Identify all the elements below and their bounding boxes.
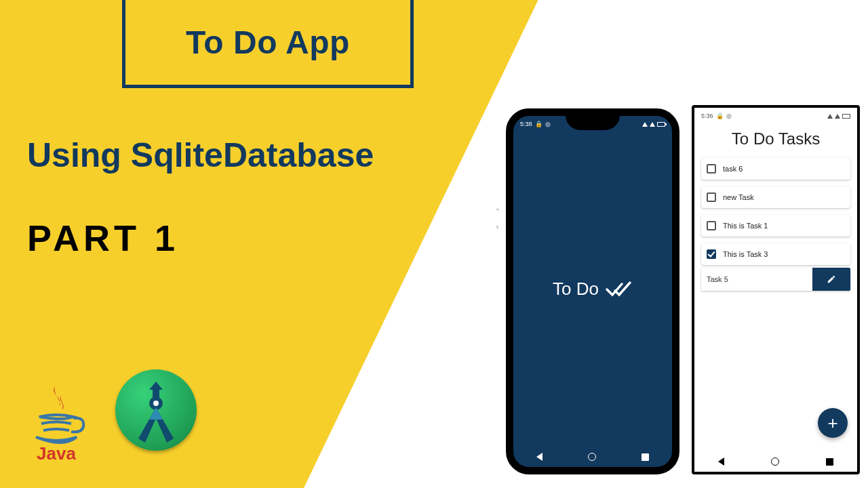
double-check-icon: [606, 280, 633, 298]
lock-icon: 🔒: [535, 121, 542, 127]
battery-icon: [842, 114, 850, 119]
nav-recent-icon[interactable]: [826, 458, 833, 466]
task-label: task 6: [723, 165, 743, 173]
task-row[interactable]: This is Task 3: [701, 243, 850, 265]
edit-task-label: Task 5: [701, 268, 812, 291]
task-label: new Task: [723, 193, 754, 201]
checkbox[interactable]: [707, 221, 716, 230]
app-icon: ◎: [545, 121, 551, 127]
nav-home-icon[interactable]: [771, 458, 779, 466]
title-text: To Do App: [186, 24, 350, 61]
nav-back-icon[interactable]: [536, 453, 542, 461]
task-row[interactable]: This is Task 1: [701, 215, 850, 237]
status-time: 5:38: [520, 121, 532, 127]
lock-icon: 🔒: [716, 113, 724, 119]
android-studio-logo: [115, 369, 203, 458]
title-frame: To Do App: [122, 0, 414, 88]
edit-button[interactable]: [812, 268, 850, 291]
splash-title: To Do: [553, 279, 633, 300]
status-time: 5:36: [701, 113, 713, 119]
status-bar: 5:36 🔒 ◎: [694, 108, 857, 123]
signal-icon: [827, 114, 833, 119]
signal-icon: [642, 122, 648, 127]
phone-notch: [566, 115, 620, 130]
app-icon: ◎: [726, 113, 732, 119]
phone-mockup-splash: 5:38 🔒 ◎ To Do: [506, 108, 679, 474]
checkbox[interactable]: [707, 192, 716, 202]
background-page-fragment: 4..5: [496, 207, 505, 268]
part-label: PART 1: [27, 217, 179, 259]
checkbox-checked[interactable]: [707, 249, 716, 259]
android-navbar: [513, 447, 672, 467]
svg-rect-1: [153, 388, 159, 398]
splash-text: To Do: [553, 279, 599, 300]
task-row[interactable]: new Task: [701, 186, 850, 208]
phone-mockup-tasklist: 5:36 🔒 ◎ To Do Tasks task 6 new Task Thi…: [692, 105, 860, 474]
plus-icon: +: [827, 413, 837, 434]
page-title: To Do Tasks: [694, 123, 857, 154]
fab-add-button[interactable]: +: [818, 408, 848, 438]
battery-icon: [657, 122, 665, 127]
svg-point-3: [153, 401, 159, 406]
checkbox[interactable]: [707, 164, 716, 174]
signal-icon-2: [835, 114, 840, 119]
signal-icon-2: [650, 122, 655, 127]
nav-home-icon[interactable]: [588, 453, 596, 461]
java-logo: Java: [19, 383, 94, 464]
nav-back-icon[interactable]: [718, 458, 724, 466]
task-edit-row[interactable]: Task 5: [701, 268, 850, 291]
android-navbar: [694, 451, 857, 472]
java-cup-icon: [19, 383, 94, 447]
task-list: task 6 new Task This is Task 1 This is T…: [694, 154, 857, 265]
task-label: This is Task 3: [723, 250, 768, 258]
nav-recent-icon[interactable]: [642, 453, 649, 461]
subtitle-text: Using SqliteDatabase: [27, 136, 374, 175]
pencil-icon: [827, 274, 836, 284]
task-label: This is Task 1: [723, 222, 768, 230]
task-row[interactable]: task 6: [701, 158, 850, 180]
